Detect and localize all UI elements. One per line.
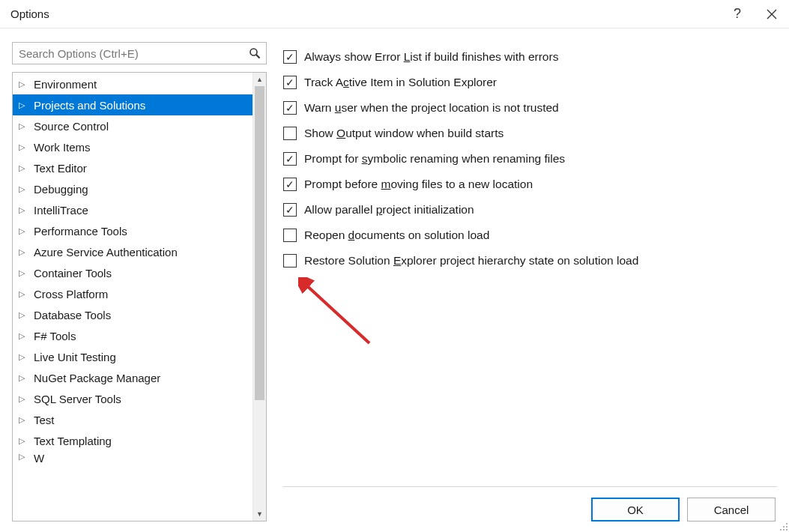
option-label[interactable]: Prompt for symbolic renaming when renami… bbox=[304, 152, 565, 166]
scroll-thumb[interactable] bbox=[255, 86, 264, 400]
svg-point-3 bbox=[783, 526, 785, 528]
tree-item-label: Work Items bbox=[34, 141, 91, 154]
tree-item[interactable]: ▷NuGet Package Manager bbox=[13, 367, 253, 388]
tree-item[interactable]: ▷Projects and Solutions bbox=[13, 94, 253, 115]
tree-expand-icon[interactable]: ▷ bbox=[19, 452, 29, 462]
tree-expand-icon[interactable]: ▷ bbox=[19, 373, 29, 383]
tree-item[interactable]: ▷Performance Tools bbox=[13, 220, 253, 241]
tree-expand-icon[interactable]: ▷ bbox=[19, 436, 29, 446]
tree-item[interactable]: ▷Test bbox=[13, 409, 253, 430]
tree-item[interactable]: ▷Debugging bbox=[13, 178, 253, 199]
tree-item[interactable]: ▷W bbox=[13, 451, 253, 465]
scrollbar[interactable]: ▲ ▼ bbox=[253, 73, 266, 521]
option-row: Restore Solution Explorer project hierar… bbox=[283, 248, 777, 273]
tree-item-label: NuGet Package Manager bbox=[34, 372, 160, 384]
tree-item-label: Environment bbox=[34, 78, 97, 91]
tree-expand-icon[interactable]: ▷ bbox=[19, 100, 29, 110]
close-icon bbox=[767, 9, 777, 19]
tree-item[interactable]: ▷F# Tools bbox=[13, 325, 253, 346]
tree-expand-icon[interactable]: ▷ bbox=[19, 205, 29, 215]
tree-item[interactable]: ▷Text Templating bbox=[13, 430, 253, 451]
tree-list[interactable]: ▷Environment▷Projects and Solutions▷Sour… bbox=[13, 73, 253, 521]
tree-item[interactable]: ▷Source Control bbox=[13, 115, 253, 136]
svg-point-5 bbox=[780, 529, 782, 531]
tree-expand-icon[interactable]: ▷ bbox=[19, 121, 29, 131]
checkbox[interactable] bbox=[283, 203, 297, 217]
category-tree: ▷Environment▷Projects and Solutions▷Sour… bbox=[12, 72, 267, 522]
tree-item[interactable]: ▷IntelliTrace bbox=[13, 199, 253, 220]
option-label[interactable]: Always show Error List if build finishes… bbox=[304, 50, 558, 64]
tree-expand-icon[interactable]: ▷ bbox=[19, 289, 29, 299]
checkbox[interactable] bbox=[283, 254, 297, 267]
scroll-up-icon[interactable]: ▲ bbox=[253, 73, 266, 86]
option-label[interactable]: Restore Solution Explorer project hierar… bbox=[304, 254, 638, 267]
tree-item[interactable]: ▷Cross Platform bbox=[13, 283, 253, 304]
tree-item-label: Live Unit Testing bbox=[34, 351, 116, 363]
tree-item-label: Text Editor bbox=[34, 162, 87, 175]
option-row: Show Output window when build starts bbox=[283, 121, 777, 146]
tree-item[interactable]: ▷Live Unit Testing bbox=[13, 346, 253, 367]
tree-expand-icon[interactable]: ▷ bbox=[19, 79, 29, 89]
option-label[interactable]: Allow parallel project initialization bbox=[304, 203, 474, 217]
tree-item-label: Database Tools bbox=[34, 309, 111, 321]
option-label[interactable]: Track Active Item in Solution Explorer bbox=[304, 76, 497, 89]
tree-expand-icon[interactable]: ▷ bbox=[19, 310, 29, 320]
tree-expand-icon[interactable]: ▷ bbox=[19, 415, 29, 425]
divider bbox=[283, 486, 777, 487]
option-row: Prompt before moving files to a new loca… bbox=[283, 172, 777, 197]
tree-expand-icon[interactable]: ▷ bbox=[19, 352, 29, 362]
option-label[interactable]: Prompt before moving files to a new loca… bbox=[304, 178, 533, 191]
option-label[interactable]: Reopen documents on solution load bbox=[304, 229, 489, 242]
scroll-down-icon[interactable]: ▼ bbox=[253, 507, 266, 521]
checkbox[interactable] bbox=[283, 76, 297, 89]
svg-point-2 bbox=[786, 523, 788, 525]
tree-expand-icon[interactable]: ▷ bbox=[19, 184, 29, 194]
tree-item[interactable]: ▷Azure Service Authentication bbox=[13, 241, 253, 262]
option-label[interactable]: Show Output window when build starts bbox=[304, 127, 504, 140]
cancel-button[interactable]: Cancel bbox=[687, 498, 776, 522]
option-row: Track Active Item in Solution Explorer bbox=[283, 70, 777, 95]
tree-expand-icon[interactable]: ▷ bbox=[19, 331, 29, 341]
search-icon[interactable] bbox=[244, 47, 266, 59]
ok-button[interactable]: OK bbox=[591, 498, 680, 522]
search-input[interactable] bbox=[13, 47, 244, 60]
tree-item[interactable]: ▷Container Tools bbox=[13, 262, 253, 283]
option-label[interactable]: Warn user when the project location is n… bbox=[304, 101, 559, 115]
tree-expand-icon[interactable]: ▷ bbox=[19, 163, 29, 173]
tree-item[interactable]: ▷Work Items bbox=[13, 136, 253, 157]
svg-point-0 bbox=[250, 49, 257, 55]
svg-point-7 bbox=[786, 529, 788, 531]
close-button[interactable] bbox=[755, 0, 789, 28]
tree-item[interactable]: ▷Database Tools bbox=[13, 304, 253, 325]
tree-item[interactable]: ▷SQL Server Tools bbox=[13, 388, 253, 409]
tree-item-label: Performance Tools bbox=[34, 225, 127, 238]
resize-grip[interactable] bbox=[778, 521, 788, 531]
help-button[interactable]: ? bbox=[720, 0, 755, 28]
tree-expand-icon[interactable]: ▷ bbox=[19, 226, 29, 236]
tree-item-label: W bbox=[34, 452, 44, 465]
tree-item-label: Cross Platform bbox=[34, 288, 108, 300]
option-row: Reopen documents on solution load bbox=[283, 223, 777, 248]
tree-item-label: Azure Service Authentication bbox=[34, 246, 178, 259]
checkbox[interactable] bbox=[283, 229, 297, 242]
tree-item[interactable]: ▷Environment bbox=[13, 73, 253, 94]
checkbox[interactable] bbox=[283, 50, 297, 64]
tree-expand-icon[interactable]: ▷ bbox=[19, 142, 29, 152]
search-box[interactable] bbox=[12, 42, 267, 64]
checkbox[interactable] bbox=[283, 178, 297, 191]
left-column: ▷Environment▷Projects and Solutions▷Sour… bbox=[12, 42, 267, 522]
checkbox[interactable] bbox=[283, 101, 297, 115]
tree-item-label: Projects and Solutions bbox=[34, 99, 145, 112]
options-list: Always show Error List if build finishes… bbox=[283, 44, 777, 273]
tree-item-label: Container Tools bbox=[34, 267, 112, 279]
tree-expand-icon[interactable]: ▷ bbox=[19, 247, 29, 257]
option-row: Warn user when the project location is n… bbox=[283, 95, 777, 121]
tree-expand-icon[interactable]: ▷ bbox=[19, 268, 29, 278]
checkbox[interactable] bbox=[283, 152, 297, 166]
tree-item-label: SQL Server Tools bbox=[34, 393, 121, 405]
tree-item[interactable]: ▷Text Editor bbox=[13, 157, 253, 178]
checkbox[interactable] bbox=[283, 127, 297, 140]
main-row: ▷Environment▷Projects and Solutions▷Sour… bbox=[12, 42, 777, 522]
tree-expand-icon[interactable]: ▷ bbox=[19, 394, 29, 404]
tree-item-label: Text Templating bbox=[34, 435, 112, 447]
